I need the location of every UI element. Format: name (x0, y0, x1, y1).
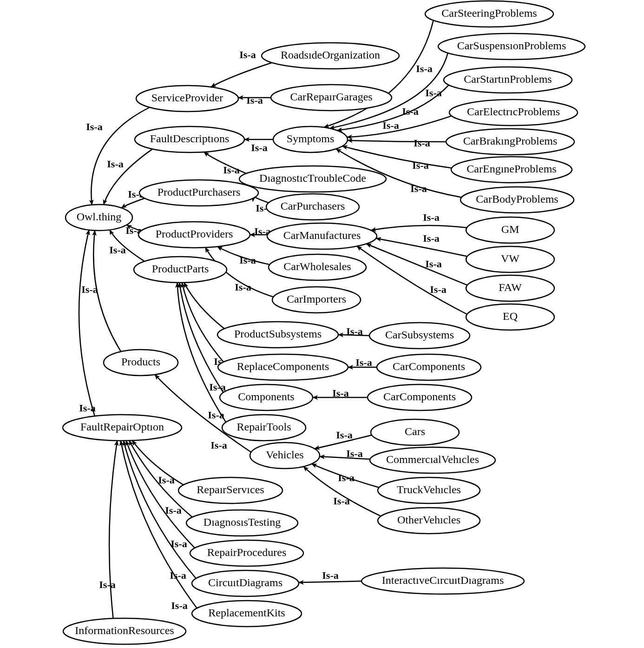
edge-label: Is-a (99, 579, 115, 590)
node-label: CarComponents (383, 390, 456, 403)
node-label: ProductSubsystems (234, 328, 322, 340)
node-TruckVehicles: TruckVehıcles (378, 477, 480, 503)
node-OtherVehicles: OtherVehıcles (378, 508, 480, 534)
node-label: EQ (503, 310, 518, 322)
node-CarElectricProblems: CarElectrıcProblems (449, 99, 578, 126)
edge-label: Is-a (81, 284, 98, 295)
edge-CarBrakingProblems-to-Symptoms (348, 140, 446, 142)
node-InformationResources: InformationResources (63, 618, 186, 644)
node-ProductSubsystems: ProductSubsystems (217, 322, 338, 348)
node-Components: Components (220, 384, 313, 410)
node-ReplaceComponents: ReplaceComponents (218, 354, 348, 380)
node-Symptoms: Symptoms (273, 126, 348, 152)
edge-CarEngineProblems-to-Symptoms (342, 146, 452, 168)
node-label: CarManufactures (283, 229, 361, 241)
edge-label: Is-a (209, 381, 225, 393)
edge-GM-to-CarManufactures (371, 225, 467, 230)
node-label: InformationResources (75, 624, 174, 636)
node-DiagnosisTesting: DıagnosısTesting (186, 510, 298, 536)
edge-label: Is-a (355, 357, 372, 368)
edge-label: Is-a (410, 183, 427, 194)
edge-label: Is-a (346, 325, 362, 337)
node-label: CarSteeringProblems (441, 7, 537, 19)
node-label: ReplacementKits (208, 607, 285, 619)
node-label: FaultDescriptıons (150, 132, 230, 145)
node-ProductProviders: ProductProviders (138, 222, 250, 248)
edge-label: Is-a (425, 87, 441, 99)
edge-label: Is-a (336, 429, 352, 441)
node-label: Components (238, 390, 294, 403)
node-FAW: FAW (466, 275, 554, 301)
edge-FaultRepairOption-to-OwlThing (79, 230, 95, 417)
edge-label: Is-a (333, 495, 349, 507)
node-CarSuspensionProblems: CarSuspensıonProblems (438, 33, 585, 60)
node-Vehicles: Vehicles (250, 443, 320, 469)
node-ProductPurchasers: ProductPurchasers (139, 180, 258, 206)
node-ServiceProvider: ServiceProvider (136, 86, 238, 112)
edge-label: Is-a (210, 439, 227, 451)
node-label: CarBodyProblems (476, 193, 558, 205)
node-label: CommercıalVehıcles (386, 453, 479, 465)
node-Cars: Cars (371, 419, 459, 445)
edge-label: Is-a (423, 212, 439, 223)
edge-label: Is-a (425, 258, 441, 270)
node-OwlThing: Owl.thing (66, 205, 132, 231)
node-label: CarSubsystems (385, 329, 454, 341)
node-label: CarBrakıngProblems (463, 135, 558, 147)
node-Products: Products (104, 350, 178, 376)
node-ReplacementKits: ReplacementKits (192, 601, 302, 627)
node-CarPurchasers: CarPurchasers (266, 194, 359, 220)
node-label: RepaırServıces (197, 483, 264, 496)
node-CommercialVehicles: CommercıalVehıcles (370, 447, 495, 473)
node-CarSubsystems: CarSubsystems (369, 323, 470, 349)
node-CarManufactures: CarManufactures (267, 223, 377, 249)
node-CarComponents2: CarComponents (368, 384, 472, 410)
node-label: ServiceProvider (151, 92, 223, 104)
node-label: GM (501, 223, 519, 235)
node-CarRepairGarages: CarRepaırGarages (271, 85, 392, 111)
node-label: Cars (405, 425, 425, 437)
node-label: VW (501, 252, 519, 264)
node-DiagnosticTroubleCode: DıagnostıcTroubleCode (239, 166, 386, 192)
node-ProductParts: ProductParts (134, 257, 227, 283)
node-label: CarStartınProblems (464, 73, 552, 85)
node-CarSteeringProblems: CarSteeringProblems (425, 1, 553, 27)
node-label: ReplaceComponents (237, 360, 329, 372)
edge-label: Is-a (246, 94, 263, 106)
edge-label: Is-a (171, 600, 187, 611)
node-label: ProductPurchasers (158, 186, 241, 198)
edge-label: Is-a (430, 284, 446, 295)
node-FaultRepairOption: FaultRepairOptıon (63, 415, 182, 441)
edge-label: Is-a (382, 119, 399, 131)
node-FaultDescriptions: FaultDescriptıons (135, 126, 244, 152)
edge-label: Is-a (158, 474, 174, 486)
edge-label: Is-a (208, 409, 224, 421)
edge-Vehicles-to-Products (155, 375, 251, 452)
node-label: FaultRepairOptıon (80, 421, 164, 433)
node-RepairProcedures: RepairProcedures (190, 540, 303, 566)
node-RepairServices: RepaırServıces (178, 477, 283, 503)
node-label: DıagnosısTesting (204, 516, 281, 528)
edge-label: Is-a (86, 121, 102, 132)
edge-label: Is-a (346, 448, 362, 459)
node-label: CarWholesales (283, 260, 351, 272)
node-GM: GM (466, 217, 554, 243)
node-label: CarPurchasers (281, 200, 345, 212)
edge-RepairTools-to-ProductParts (177, 283, 226, 422)
node-label: RoadsıdeOrganization (281, 49, 380, 61)
edge-label: Is-a (109, 244, 125, 256)
edge-EQ-to-CarManufactures (357, 246, 467, 314)
ontology-diagram: Is-aIs-aIs-aIs-aIs-aIs-aIs-aIs-aIs-aIs-a… (0, 0, 644, 648)
node-CarBodyProblems: CarBodyProblems (460, 187, 574, 213)
node-label: DıagnostıcTroubleCode (259, 172, 366, 184)
node-RepairTools: RepairTools (222, 415, 306, 441)
node-VW: VW (466, 246, 554, 272)
edge-RoadsideOrganization-to-ServiceProvider (211, 63, 272, 87)
node-label: CarRepaırGarages (290, 91, 372, 103)
edge-FAW-to-CarManufactures (366, 244, 467, 285)
edge-label: Is-a (239, 49, 256, 60)
edge-label: Is-a (402, 106, 418, 117)
node-CarStartinProblems: CarStartınProblems (444, 67, 572, 93)
node-label: Vehicles (266, 449, 303, 461)
node-label: Symptoms (287, 132, 335, 145)
